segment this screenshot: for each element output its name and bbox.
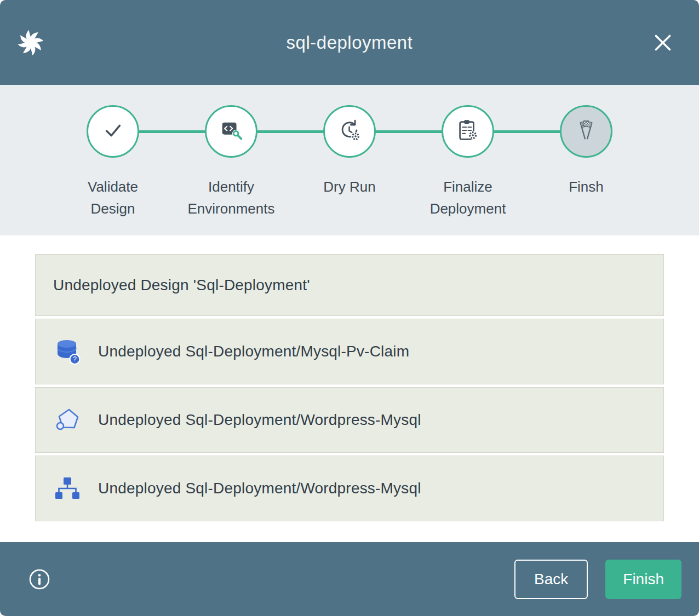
database-icon: ? bbox=[53, 337, 82, 366]
log-row-design: Undeployed Design 'Sql-Deployment' bbox=[35, 254, 664, 316]
step-finalize-deployment: Finalize Deployment bbox=[409, 105, 527, 235]
log-row-text: Undeployed Sql-Deployment/Wordpress-Mysq… bbox=[98, 480, 421, 497]
log-row-wordpress-mysql-node: Undeployed Sql-Deployment/Wordpress-Mysq… bbox=[35, 387, 664, 453]
checkered-flags-icon bbox=[574, 118, 599, 145]
hierarchy-tree-icon bbox=[53, 474, 82, 503]
deployment-wizard-dialog: sql-deployment Validate Design bbox=[0, 0, 699, 616]
code-window-wrench-icon bbox=[219, 118, 244, 145]
dialog-header: sql-deployment bbox=[0, 0, 699, 85]
back-button[interactable]: Back bbox=[514, 560, 588, 599]
check-icon bbox=[100, 118, 125, 145]
step-label: Dry Run bbox=[323, 176, 375, 198]
svg-text:?: ? bbox=[73, 355, 77, 363]
step-validate-design: Validate Design bbox=[54, 105, 172, 235]
step-identify-environments: Identify Environments bbox=[172, 105, 290, 235]
swirl-logo-icon bbox=[16, 28, 45, 57]
pentagon-badge-icon bbox=[53, 406, 82, 434]
history-gear-icon bbox=[337, 118, 362, 145]
wizard-stepper: Validate Design Identify Envi bbox=[0, 85, 699, 235]
log-row-text: Undeployed Sql-Deployment/Mysql-Pv-Claim bbox=[98, 343, 409, 360]
step-label: Finalize Deployment bbox=[420, 176, 516, 220]
step-label: Finsh bbox=[569, 176, 604, 198]
deployment-log-panel: Undeployed Design 'Sql-Deployment' ? Und… bbox=[0, 235, 699, 542]
deployment-log-list: Undeployed Design 'Sql-Deployment' ? Und… bbox=[35, 254, 664, 521]
close-icon[interactable] bbox=[651, 31, 675, 55]
step-circle-finalize-deployment bbox=[442, 105, 494, 158]
step-dry-run: Dry Run bbox=[290, 105, 409, 235]
clipboard-gear-icon bbox=[455, 118, 480, 145]
step-finish: Finsh bbox=[527, 105, 645, 235]
log-row-wordpress-mysql-tree: Undeployed Sql-Deployment/Wordpress-Mysq… bbox=[35, 456, 664, 521]
step-circle-validate-design bbox=[87, 105, 139, 158]
log-row-text: Undeployed Sql-Deployment/Wordpress-Mysq… bbox=[98, 411, 421, 429]
step-circle-finish bbox=[560, 105, 612, 158]
step-label: Validate Design bbox=[65, 176, 161, 220]
info-icon[interactable] bbox=[27, 567, 51, 591]
dialog-title: sql-deployment bbox=[287, 32, 413, 53]
dialog-footer: Back Finish bbox=[0, 542, 699, 616]
log-row-mysql-pv-claim: ? Undeployed Sql-Deployment/Mysql-Pv-Cla… bbox=[35, 319, 664, 384]
log-row-text: Undeployed Design 'Sql-Deployment' bbox=[53, 277, 310, 294]
step-circle-dry-run bbox=[323, 105, 376, 158]
step-circle-identify-environments bbox=[205, 105, 257, 158]
finish-button[interactable]: Finish bbox=[605, 560, 681, 599]
step-label: Identify Environments bbox=[183, 176, 279, 220]
footer-buttons: Back Finish bbox=[514, 560, 681, 599]
